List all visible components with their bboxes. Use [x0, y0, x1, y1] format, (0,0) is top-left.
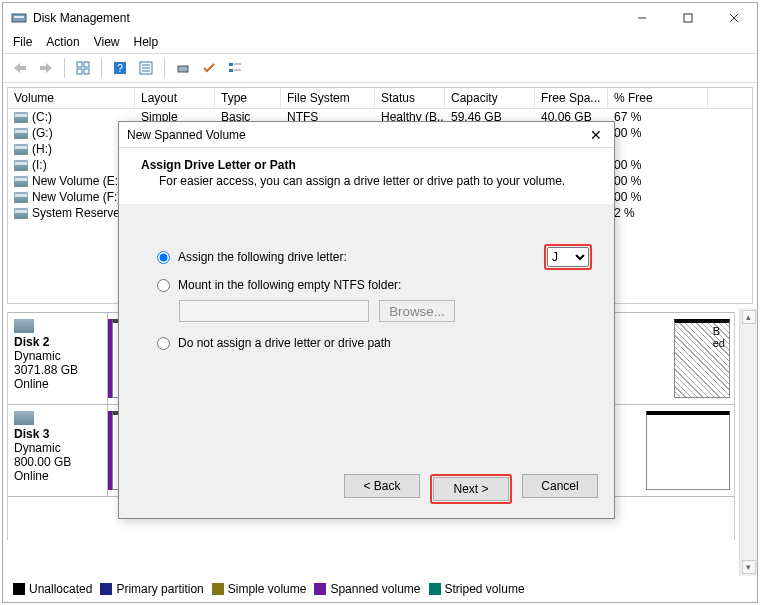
close-button[interactable] [711, 3, 757, 33]
svg-rect-18 [229, 69, 233, 72]
col-status[interactable]: Status [375, 88, 445, 108]
volume-name: (C:) [32, 110, 52, 124]
disk-icon [14, 411, 34, 425]
back-button[interactable]: < Back [344, 474, 420, 498]
col-pct[interactable]: % Free [608, 88, 708, 108]
legend-item: Primary partition [100, 582, 203, 596]
back-icon[interactable] [9, 57, 31, 79]
scroll-up-icon[interactable]: ▴ [742, 310, 756, 324]
legend-swatch [212, 583, 224, 595]
col-type[interactable]: Type [215, 88, 281, 108]
drive-icon [14, 144, 28, 155]
cancel-button[interactable]: Cancel [522, 474, 598, 498]
volume-name: New Volume (E:) [32, 174, 122, 188]
svg-rect-17 [229, 63, 233, 66]
option-none-label: Do not assign a drive letter or drive pa… [178, 336, 391, 350]
disk-state: Online [14, 469, 49, 483]
disk-dynamic: Dynamic [14, 441, 61, 455]
volume-name: New Volume (F:) [32, 190, 121, 204]
disk-info[interactable]: Disk 3 Dynamic 800.00 GB Online [8, 405, 108, 496]
titlebar: Disk Management [3, 3, 757, 33]
col-capacity[interactable]: Capacity [445, 88, 535, 108]
legend-label: Simple volume [228, 582, 307, 596]
menu-help[interactable]: Help [134, 35, 159, 49]
disk-info[interactable]: Disk 2 Dynamic 3071.88 GB Online [8, 313, 108, 404]
legend-label: Unallocated [29, 582, 92, 596]
legend-swatch [314, 583, 326, 595]
disk-scrollbar[interactable]: ▴ ▾ [739, 308, 757, 576]
option-assign-label: Assign the following drive letter: [178, 250, 492, 264]
option-no-letter[interactable]: Do not assign a drive letter or drive pa… [157, 336, 592, 350]
menu-action[interactable]: Action [46, 35, 79, 49]
next-button[interactable]: Next > [433, 477, 509, 501]
dialog-close-icon[interactable]: ✕ [586, 127, 606, 143]
svg-rect-6 [77, 62, 82, 67]
next-highlight: Next > [430, 474, 512, 504]
grid-icon[interactable] [72, 57, 94, 79]
legend-item: Simple volume [212, 582, 307, 596]
browse-button: Browse... [379, 300, 455, 322]
legend-label: Striped volume [445, 582, 525, 596]
option-mount-label: Mount in the following empty NTFS folder… [178, 278, 401, 292]
toolbar: ? [3, 53, 757, 83]
dialog-buttons: < Back Next > Cancel [119, 464, 614, 518]
menu-view[interactable]: View [94, 35, 120, 49]
legend-swatch [100, 583, 112, 595]
help-icon[interactable]: ? [109, 57, 131, 79]
drive-icon [14, 208, 28, 219]
volume-name: (H:) [32, 142, 52, 156]
drive-letter-highlight: J [544, 244, 592, 270]
check-icon[interactable] [198, 57, 220, 79]
svg-rect-1 [14, 16, 24, 18]
disk-state: Online [14, 377, 49, 391]
col-layout[interactable]: Layout [135, 88, 215, 108]
option-mount-folder[interactable]: Mount in the following empty NTFS folder… [157, 278, 592, 292]
partition[interactable] [646, 411, 730, 490]
refresh-icon[interactable] [172, 57, 194, 79]
radio-mount-folder[interactable] [157, 279, 170, 292]
col-free[interactable]: Free Spa... [535, 88, 608, 108]
mount-path-input [179, 300, 369, 322]
drive-icon [14, 160, 28, 171]
volume-name: (I:) [32, 158, 47, 172]
props-icon[interactable] [135, 57, 157, 79]
dialog-subtext: For easier access, you can assign a driv… [159, 174, 592, 188]
minimize-button[interactable] [619, 3, 665, 33]
option-assign-letter[interactable]: Assign the following drive letter: J [157, 244, 592, 270]
svg-rect-7 [84, 62, 89, 67]
col-fs[interactable]: File System [281, 88, 375, 108]
menu-file[interactable]: File [13, 35, 32, 49]
legend-label: Primary partition [116, 582, 203, 596]
drive-icon [14, 192, 28, 203]
dialog-body: Assign the following drive letter: J Mou… [119, 204, 614, 464]
drive-icon [14, 128, 28, 139]
disk-size: 3071.88 GB [14, 363, 78, 377]
maximize-button[interactable] [665, 3, 711, 33]
svg-rect-3 [684, 14, 692, 22]
svg-rect-16 [178, 66, 188, 72]
scroll-down-icon[interactable]: ▾ [742, 560, 756, 574]
svg-rect-8 [77, 69, 82, 74]
dialog-titlebar: New Spanned Volume ✕ [119, 122, 614, 148]
svg-rect-9 [84, 69, 89, 74]
legend: UnallocatedPrimary partitionSimple volum… [3, 576, 757, 602]
disk-name: Disk 3 [14, 427, 49, 441]
dialog-header: Assign Drive Letter or Path For easier a… [119, 148, 614, 204]
partition[interactable]: B ed [674, 319, 730, 398]
table-header: Volume Layout Type File System Status Ca… [8, 88, 752, 109]
list-icon[interactable] [224, 57, 246, 79]
legend-item: Unallocated [13, 582, 92, 596]
dialog-heading: Assign Drive Letter or Path [141, 158, 592, 172]
svg-text:?: ? [117, 63, 123, 74]
legend-swatch [13, 583, 25, 595]
col-volume[interactable]: Volume [8, 88, 135, 108]
volume-name: System Reserved [32, 206, 127, 220]
dialog-title: New Spanned Volume [127, 128, 586, 142]
radio-no-letter[interactable] [157, 337, 170, 350]
volume-name: (G:) [32, 126, 53, 140]
forward-icon[interactable] [35, 57, 57, 79]
disk-name: Disk 2 [14, 335, 49, 349]
disk-icon [14, 319, 34, 333]
radio-assign-letter[interactable] [157, 251, 170, 264]
drive-letter-select[interactable]: J [547, 247, 589, 267]
